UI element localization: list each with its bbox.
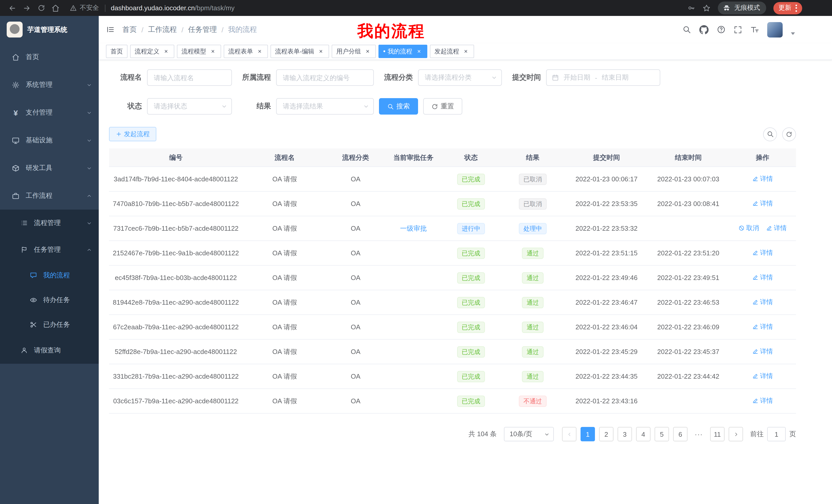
detail-action[interactable]: 详情 [752, 397, 773, 405]
breadcrumb-item[interactable]: 任务管理 [188, 25, 217, 34]
tab-close-icon[interactable]: × [317, 48, 324, 55]
detail-action[interactable]: 详情 [752, 347, 773, 356]
view-tab[interactable]: ● 我的流程 × [379, 45, 427, 58]
detail-action[interactable]: 详情 [752, 372, 773, 381]
cell-category: OA [327, 397, 385, 405]
view-tab[interactable]: 用户分组 × [332, 45, 376, 58]
browser-update-button[interactable]: 更新 [773, 2, 802, 14]
page-number-button[interactable]: 3 [618, 427, 632, 441]
sidebar-item-leave-query[interactable]: 请假查询 [0, 337, 99, 364]
hamburger-icon[interactable] [106, 25, 115, 34]
breadcrumb-item[interactable]: 工作流程 [148, 25, 177, 34]
detail-action[interactable]: 详情 [752, 273, 773, 282]
sidebar-item-infrastructure[interactable]: 基础设施 [0, 127, 99, 154]
result-tag: 通过 [522, 346, 544, 357]
view-tab[interactable]: 流程表单-编辑 × [270, 45, 329, 58]
table-row: 7317cec6-7b9b-11ec-b5b7-acde48001122 OA … [109, 216, 796, 241]
page-number-button[interactable]: 11 [710, 427, 725, 441]
submit-time-range-picker[interactable]: 开始日期 - 结束日期 [546, 69, 660, 86]
browser-reload-button[interactable] [34, 1, 48, 15]
sidebar-item-done-tasks[interactable]: 已办任务 [0, 312, 99, 337]
fullscreen-icon[interactable] [734, 25, 742, 34]
result-select[interactable]: 请选择流结果 [276, 98, 374, 115]
tab-close-icon[interactable]: × [209, 48, 216, 55]
user-icon [20, 346, 28, 355]
app-logo-row[interactable]: 芋道管理系统 [0, 16, 99, 43]
detail-action[interactable]: 详情 [752, 323, 773, 331]
refresh-button[interactable] [782, 127, 796, 141]
reset-button[interactable]: 重置 [423, 98, 462, 115]
sidebar-item-process-mgmt[interactable]: 流程管理 [0, 209, 99, 236]
view-tab[interactable]: 流程模型 × [177, 45, 221, 58]
process-definition-input[interactable] [276, 69, 374, 86]
view-tab[interactable]: 流程表单 × [224, 45, 268, 58]
current-task-link[interactable]: 一级审批 [400, 224, 427, 233]
search-toggle-button[interactable] [763, 127, 777, 141]
user-avatar[interactable] [767, 22, 783, 37]
site-security-chip[interactable]: 不安全 [70, 4, 99, 12]
view-tab[interactable]: 发起流程 × [430, 45, 474, 58]
key-icon[interactable] [687, 4, 695, 12]
create-process-button[interactable]: 发起流程 [109, 127, 156, 141]
prev-page-button[interactable] [562, 427, 576, 441]
github-icon[interactable] [699, 25, 709, 34]
page-number-button[interactable]: 4 [636, 427, 650, 441]
page-number-button[interactable]: 5 [655, 427, 669, 441]
sidebar-item-todo-tasks[interactable]: 待办任务 [0, 288, 99, 312]
view-tab[interactable]: 首页 [106, 45, 128, 58]
detail-action[interactable]: 详情 [766, 224, 787, 233]
tab-close-icon[interactable]: × [256, 48, 263, 55]
cancel-action[interactable]: 取消 [738, 224, 759, 233]
category-select[interactable]: 请选择流程分类 [418, 69, 502, 86]
range-separator: - [595, 74, 597, 81]
search-button[interactable]: 搜索 [379, 98, 418, 115]
page-number-button[interactable]: 6 [673, 427, 687, 441]
sidebar-item-dev-tools[interactable]: 研发工具 [0, 154, 99, 182]
tab-close-icon[interactable]: × [162, 48, 170, 55]
breadcrumb-item-current: 我的流程 [228, 25, 257, 34]
browser-home-button[interactable] [48, 1, 63, 15]
browser-back-button[interactable] [5, 1, 20, 15]
tab-close-icon[interactable]: × [415, 48, 423, 55]
sidebar-item-payment-mgmt[interactable]: ¥ 支付管理 [0, 99, 99, 127]
browser-toolbar-right: 无痕模式 更新 [687, 2, 827, 15]
table-row: 67c2eaab-7b9a-11ec-a290-acde48001122 OA … [109, 315, 796, 340]
cell-category: OA [327, 323, 385, 331]
process-name-input[interactable] [147, 69, 232, 86]
tab-close-icon[interactable]: × [462, 48, 469, 55]
page-number-button[interactable]: ··· [692, 427, 706, 441]
cell-category: OA [327, 249, 385, 257]
page-number-button[interactable]: 1 [580, 427, 595, 441]
status-select[interactable]: 请选择状态 [147, 98, 232, 115]
incognito-profile-chip[interactable]: 无痕模式 [718, 2, 766, 15]
goto-page-input[interactable] [767, 427, 786, 441]
sidebar-item-workflow[interactable]: 工作流程 [0, 182, 99, 209]
font-size-icon[interactable] [750, 25, 759, 34]
next-page-button[interactable] [729, 427, 743, 441]
breadcrumb-item[interactable]: 首页 [122, 25, 137, 34]
detail-action[interactable]: 详情 [752, 298, 773, 307]
sidebar-item-system-mgmt[interactable]: 系统管理 [0, 71, 99, 99]
help-icon[interactable] [717, 25, 726, 34]
address-bar[interactable]: dashboard.yudao.iocoder.cn/bpm/task/my [111, 4, 234, 12]
divider [105, 4, 105, 11]
detail-action[interactable]: 详情 [752, 249, 773, 257]
edit-icon [752, 373, 758, 380]
detail-action[interactable]: 详情 [752, 175, 773, 184]
page-size-select[interactable]: 10条/页 [504, 427, 554, 441]
browser-forward-button[interactable] [20, 1, 34, 15]
sidebar-item-task-mgmt[interactable]: 任务管理 [0, 236, 99, 263]
detail-action[interactable]: 详情 [752, 199, 773, 208]
search-icon[interactable] [682, 25, 691, 34]
sidebar-item-my-process[interactable]: 我的流程 [0, 263, 99, 288]
navbar-actions [682, 22, 795, 37]
bookmark-star-icon[interactable] [702, 4, 711, 12]
sidebar: 芋道管理系统 首页 系统管理 ¥ 支付管理 [0, 16, 99, 504]
table-tools [763, 127, 796, 141]
chevron-down-icon [363, 103, 369, 109]
sidebar-item-home[interactable]: 首页 [0, 43, 99, 71]
view-tab[interactable]: 流程定义 × [130, 45, 174, 58]
tab-label: 流程模型 [182, 47, 206, 56]
page-number-button[interactable]: 2 [599, 427, 614, 441]
tab-close-icon[interactable]: × [364, 48, 371, 55]
